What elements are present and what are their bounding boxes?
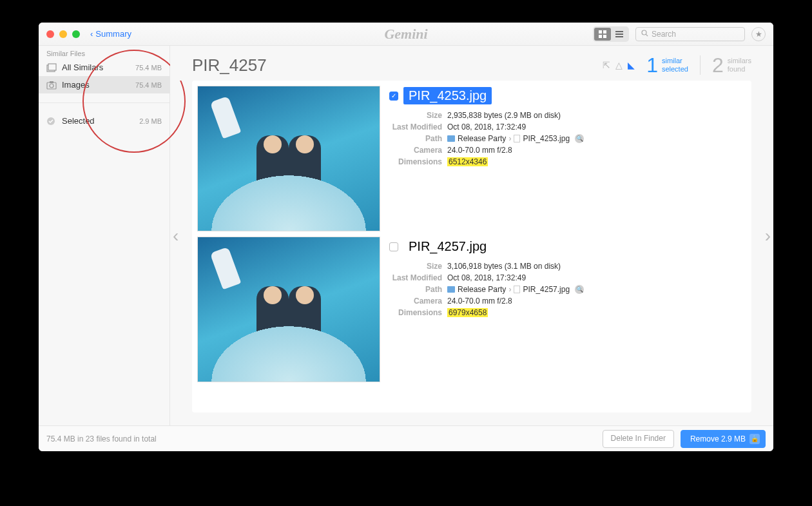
reveal-in-finder-button[interactable]: 🔍 bbox=[575, 285, 584, 294]
meta-value-modified: Oct 08, 2018, 17:32:49 bbox=[447, 122, 746, 131]
meta-table: Size 3,106,918 bytes (3.1 MB on disk) La… bbox=[389, 262, 746, 317]
file-meta: ✓ PIR_4253.jpg Size 2,935,838 bytes (2.9… bbox=[389, 86, 746, 231]
svg-rect-2 bbox=[599, 35, 602, 38]
meta-label-modified: Last Modified bbox=[389, 273, 442, 282]
meta-label-size: Size bbox=[389, 262, 442, 271]
selected-count: 1 similar selected bbox=[646, 55, 688, 75]
app-brand: Gemini bbox=[384, 26, 427, 43]
meta-value-path: Release Party › PIR_4253.jpg 🔍 bbox=[447, 134, 746, 143]
svg-rect-10 bbox=[48, 64, 56, 70]
file-thumbnail[interactable] bbox=[197, 86, 380, 231]
file-select-checkbox[interactable] bbox=[389, 242, 398, 251]
footer-summary: 75.4 MB in 23 files found in total bbox=[46, 434, 157, 443]
prev-group-button[interactable]: ‹ bbox=[173, 226, 179, 246]
sort-size-button[interactable]: △ bbox=[615, 60, 623, 70]
meta-value-size: 2,935,838 bytes (2.9 MB on disk) bbox=[447, 111, 746, 120]
file-row: ✓ PIR_4253.jpg Size 2,935,838 bytes (2.9… bbox=[197, 86, 746, 231]
file-name-row: PIR_4257.jpg bbox=[389, 238, 746, 255]
meta-value-modified: Oct 08, 2018, 17:32:49 bbox=[447, 273, 746, 282]
grid-view-button[interactable] bbox=[594, 28, 611, 41]
sidebar-item-all-similars[interactable]: All Similars 75.4 MB bbox=[39, 59, 169, 76]
meta-label-dimensions: Dimensions bbox=[389, 308, 442, 317]
sidebar-item-label: Selected bbox=[62, 116, 95, 126]
chevron-right-icon: › bbox=[508, 134, 511, 143]
meta-label-modified: Last Modified bbox=[389, 122, 442, 131]
list-view-button[interactable] bbox=[611, 28, 628, 41]
detail-tools: ⇱ △ ◣ 1 similar selected 2 bbox=[603, 55, 751, 75]
path-folder[interactable]: Release Party bbox=[458, 285, 506, 294]
footer-buttons: Delete In Finder Remove 2.9 MB 🔒 bbox=[603, 430, 766, 448]
reveal-in-finder-button[interactable]: 🔍 bbox=[575, 134, 584, 143]
meta-value-camera: 24.0-70.0 mm f/2.8 bbox=[447, 146, 746, 155]
favorites-button[interactable]: ★ bbox=[751, 27, 766, 41]
back-to-summary-button[interactable]: ‹ Summary bbox=[90, 29, 131, 39]
close-window-button[interactable] bbox=[46, 30, 54, 38]
view-toggle bbox=[593, 26, 629, 42]
found-count-num: 2 bbox=[712, 55, 724, 75]
svg-rect-0 bbox=[599, 30, 602, 34]
main-panel: PIR_4257 ⇱ △ ◣ 1 similar selected bbox=[170, 46, 773, 425]
selected-count-l2: selected bbox=[662, 65, 688, 73]
stack-icon bbox=[46, 63, 57, 72]
found-count: 2 similars found bbox=[712, 55, 751, 75]
meta-value-size: 3,106,918 bytes (3.1 MB on disk) bbox=[447, 262, 746, 271]
file-icon bbox=[514, 286, 520, 293]
meta-label-camera: Camera bbox=[389, 146, 442, 155]
minimize-window-button[interactable] bbox=[59, 30, 67, 38]
folder-icon bbox=[447, 286, 455, 293]
file-name[interactable]: PIR_4253.jpg bbox=[403, 87, 492, 104]
file-select-checkbox[interactable]: ✓ bbox=[389, 92, 398, 101]
detail-content: ✓ PIR_4253.jpg Size 2,935,838 bytes (2.9… bbox=[192, 81, 751, 413]
body: Similar Files All Similars 75.4 MB Image… bbox=[39, 46, 773, 425]
path-folder[interactable]: Release Party bbox=[458, 134, 506, 143]
delete-in-finder-button[interactable]: Delete In Finder bbox=[603, 430, 674, 448]
meta-value-path: Release Party › PIR_4257.jpg 🔍 bbox=[447, 285, 746, 294]
svg-rect-5 bbox=[615, 34, 623, 35]
sidebar-divider bbox=[39, 102, 169, 103]
sort-name-button[interactable]: ⇱ bbox=[603, 60, 610, 70]
sidebar-item-size: 2.9 MB bbox=[139, 117, 162, 125]
file-thumbnail[interactable] bbox=[197, 237, 380, 382]
back-label: Summary bbox=[95, 29, 131, 39]
file-icon bbox=[514, 135, 520, 142]
zoom-window-button[interactable] bbox=[72, 30, 80, 38]
remove-button[interactable]: Remove 2.9 MB 🔒 bbox=[681, 430, 766, 448]
next-group-button[interactable]: › bbox=[765, 226, 771, 246]
file-row: PIR_4257.jpg Size 3,106,918 bytes (3.1 M… bbox=[197, 237, 746, 382]
search-input[interactable]: Search bbox=[635, 27, 745, 41]
svg-rect-1 bbox=[603, 30, 606, 34]
svg-rect-6 bbox=[615, 36, 623, 37]
sort-dimensions-button[interactable]: ◣ bbox=[628, 60, 635, 70]
meta-value-camera: 24.0-70.0 mm f/2.8 bbox=[447, 297, 746, 306]
folder-icon bbox=[447, 135, 455, 142]
traffic-lights bbox=[46, 30, 80, 38]
toolbar-right: Search ★ bbox=[593, 26, 766, 42]
file-name[interactable]: PIR_4257.jpg bbox=[403, 238, 492, 255]
sidebar-item-label: Images bbox=[62, 80, 90, 90]
selected-count-num: 1 bbox=[646, 55, 658, 75]
path-file[interactable]: PIR_4257.jpg bbox=[523, 285, 570, 294]
meta-label-dimensions: Dimensions bbox=[389, 157, 442, 166]
file-meta: PIR_4257.jpg Size 3,106,918 bytes (3.1 M… bbox=[389, 237, 746, 382]
grid-icon bbox=[599, 30, 606, 38]
check-circle-icon bbox=[46, 117, 57, 126]
app-window: ‹ Summary Gemini Search ★ bbox=[39, 23, 773, 451]
star-icon: ★ bbox=[755, 30, 762, 39]
meta-value-dimensions: 6512x4346 bbox=[447, 157, 746, 166]
titlebar: ‹ Summary Gemini Search ★ bbox=[39, 23, 773, 46]
sidebar-item-label: All Similars bbox=[62, 63, 103, 72]
svg-rect-13 bbox=[50, 81, 53, 83]
chevron-left-icon: ‹ bbox=[90, 29, 93, 39]
meta-value-dimensions: 6979x4658 bbox=[447, 308, 746, 317]
remove-button-label: Remove 2.9 MB bbox=[690, 434, 746, 443]
svg-rect-3 bbox=[603, 35, 606, 38]
camera-icon bbox=[46, 81, 57, 90]
sort-tools: ⇱ △ ◣ bbox=[603, 60, 635, 70]
sidebar-item-selected[interactable]: Selected 2.9 MB bbox=[39, 112, 169, 130]
path-file[interactable]: PIR_4253.jpg bbox=[523, 134, 570, 143]
search-icon bbox=[641, 30, 648, 39]
meta-label-path: Path bbox=[389, 134, 442, 143]
file-name-row: ✓ PIR_4253.jpg bbox=[389, 87, 746, 104]
footer: 75.4 MB in 23 files found in total Delet… bbox=[39, 425, 773, 451]
sidebar-item-images[interactable]: Images 75.4 MB bbox=[39, 76, 169, 93]
